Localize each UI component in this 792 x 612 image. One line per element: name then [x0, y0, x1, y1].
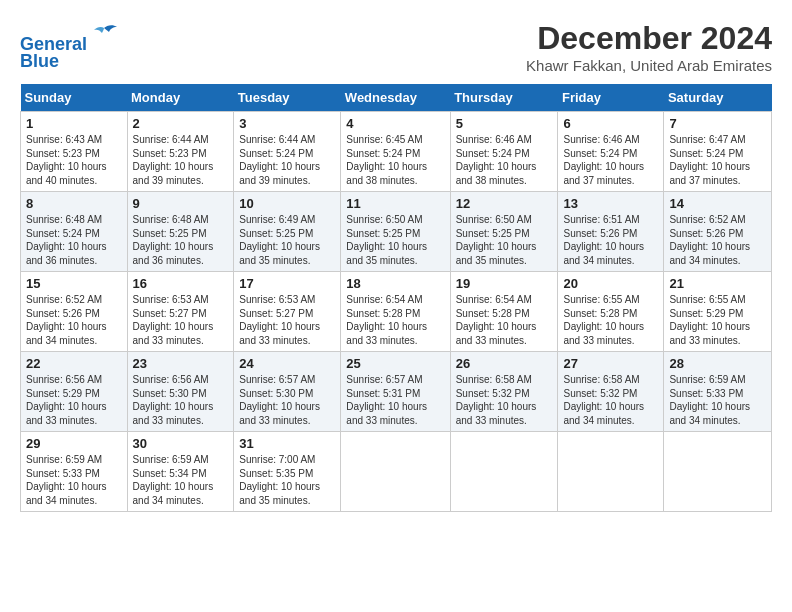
day-info: Sunrise: 6:49 AM Sunset: 5:25 PM Dayligh… [239, 213, 335, 267]
col-saturday: Saturday [664, 84, 772, 112]
day-number: 12 [456, 196, 553, 211]
day-number: 3 [239, 116, 335, 131]
table-row: 12Sunrise: 6:50 AM Sunset: 5:25 PM Dayli… [450, 192, 558, 272]
day-info: Sunrise: 6:43 AM Sunset: 5:23 PM Dayligh… [26, 133, 122, 187]
table-row: 5Sunrise: 6:46 AM Sunset: 5:24 PM Daylig… [450, 112, 558, 192]
day-info: Sunrise: 6:53 AM Sunset: 5:27 PM Dayligh… [239, 293, 335, 347]
table-row: 2Sunrise: 6:44 AM Sunset: 5:23 PM Daylig… [127, 112, 234, 192]
day-info: Sunrise: 6:55 AM Sunset: 5:29 PM Dayligh… [669, 293, 766, 347]
day-number: 18 [346, 276, 444, 291]
table-row [341, 432, 450, 512]
table-row: 23Sunrise: 6:56 AM Sunset: 5:30 PM Dayli… [127, 352, 234, 432]
day-info: Sunrise: 6:46 AM Sunset: 5:24 PM Dayligh… [563, 133, 658, 187]
day-info: Sunrise: 6:47 AM Sunset: 5:24 PM Dayligh… [669, 133, 766, 187]
table-row: 27Sunrise: 6:58 AM Sunset: 5:32 PM Dayli… [558, 352, 664, 432]
logo: General Blue [20, 20, 119, 72]
day-info: Sunrise: 6:48 AM Sunset: 5:25 PM Dayligh… [133, 213, 229, 267]
day-info: Sunrise: 6:44 AM Sunset: 5:23 PM Dayligh… [133, 133, 229, 187]
table-row: 3Sunrise: 6:44 AM Sunset: 5:24 PM Daylig… [234, 112, 341, 192]
day-number: 25 [346, 356, 444, 371]
table-row: 29Sunrise: 6:59 AM Sunset: 5:33 PM Dayli… [21, 432, 128, 512]
table-row: 11Sunrise: 6:50 AM Sunset: 5:25 PM Dayli… [341, 192, 450, 272]
day-info: Sunrise: 6:51 AM Sunset: 5:26 PM Dayligh… [563, 213, 658, 267]
calendar-week-row: 1Sunrise: 6:43 AM Sunset: 5:23 PM Daylig… [21, 112, 772, 192]
day-number: 13 [563, 196, 658, 211]
day-info: Sunrise: 6:54 AM Sunset: 5:28 PM Dayligh… [456, 293, 553, 347]
day-number: 4 [346, 116, 444, 131]
day-number: 22 [26, 356, 122, 371]
day-info: Sunrise: 6:48 AM Sunset: 5:24 PM Dayligh… [26, 213, 122, 267]
table-row: 18Sunrise: 6:54 AM Sunset: 5:28 PM Dayli… [341, 272, 450, 352]
day-info: Sunrise: 6:52 AM Sunset: 5:26 PM Dayligh… [26, 293, 122, 347]
table-row: 14Sunrise: 6:52 AM Sunset: 5:26 PM Dayli… [664, 192, 772, 272]
table-row [558, 432, 664, 512]
day-info: Sunrise: 6:59 AM Sunset: 5:33 PM Dayligh… [26, 453, 122, 507]
day-info: Sunrise: 6:55 AM Sunset: 5:28 PM Dayligh… [563, 293, 658, 347]
day-number: 6 [563, 116, 658, 131]
table-row: 31Sunrise: 7:00 AM Sunset: 5:35 PM Dayli… [234, 432, 341, 512]
day-number: 27 [563, 356, 658, 371]
day-number: 23 [133, 356, 229, 371]
day-info: Sunrise: 6:53 AM Sunset: 5:27 PM Dayligh… [133, 293, 229, 347]
day-info: Sunrise: 6:57 AM Sunset: 5:30 PM Dayligh… [239, 373, 335, 427]
day-info: Sunrise: 6:50 AM Sunset: 5:25 PM Dayligh… [346, 213, 444, 267]
day-number: 1 [26, 116, 122, 131]
day-number: 14 [669, 196, 766, 211]
logo-text: General [20, 20, 119, 55]
table-row: 15Sunrise: 6:52 AM Sunset: 5:26 PM Dayli… [21, 272, 128, 352]
calendar-week-row: 29Sunrise: 6:59 AM Sunset: 5:33 PM Dayli… [21, 432, 772, 512]
calendar-table: Sunday Monday Tuesday Wednesday Thursday… [20, 84, 772, 512]
day-info: Sunrise: 6:59 AM Sunset: 5:34 PM Dayligh… [133, 453, 229, 507]
table-row: 8Sunrise: 6:48 AM Sunset: 5:24 PM Daylig… [21, 192, 128, 272]
day-info: Sunrise: 6:59 AM Sunset: 5:33 PM Dayligh… [669, 373, 766, 427]
day-info: Sunrise: 6:45 AM Sunset: 5:24 PM Dayligh… [346, 133, 444, 187]
main-title: December 2024 [526, 20, 772, 57]
day-number: 8 [26, 196, 122, 211]
day-number: 17 [239, 276, 335, 291]
day-number: 10 [239, 196, 335, 211]
table-row: 21Sunrise: 6:55 AM Sunset: 5:29 PM Dayli… [664, 272, 772, 352]
day-info: Sunrise: 6:56 AM Sunset: 5:29 PM Dayligh… [26, 373, 122, 427]
col-sunday: Sunday [21, 84, 128, 112]
table-row: 30Sunrise: 6:59 AM Sunset: 5:34 PM Dayli… [127, 432, 234, 512]
table-row: 4Sunrise: 6:45 AM Sunset: 5:24 PM Daylig… [341, 112, 450, 192]
day-info: Sunrise: 6:56 AM Sunset: 5:30 PM Dayligh… [133, 373, 229, 427]
subtitle: Khawr Fakkan, United Arab Emirates [526, 57, 772, 74]
calendar-header-row: Sunday Monday Tuesday Wednesday Thursday… [21, 84, 772, 112]
table-row: 7Sunrise: 6:47 AM Sunset: 5:24 PM Daylig… [664, 112, 772, 192]
table-row: 10Sunrise: 6:49 AM Sunset: 5:25 PM Dayli… [234, 192, 341, 272]
day-info: Sunrise: 6:58 AM Sunset: 5:32 PM Dayligh… [563, 373, 658, 427]
table-row: 19Sunrise: 6:54 AM Sunset: 5:28 PM Dayli… [450, 272, 558, 352]
day-number: 2 [133, 116, 229, 131]
col-wednesday: Wednesday [341, 84, 450, 112]
day-number: 28 [669, 356, 766, 371]
col-thursday: Thursday [450, 84, 558, 112]
day-number: 9 [133, 196, 229, 211]
table-row: 20Sunrise: 6:55 AM Sunset: 5:28 PM Dayli… [558, 272, 664, 352]
table-row: 25Sunrise: 6:57 AM Sunset: 5:31 PM Dayli… [341, 352, 450, 432]
day-number: 15 [26, 276, 122, 291]
day-number: 20 [563, 276, 658, 291]
calendar-week-row: 15Sunrise: 6:52 AM Sunset: 5:26 PM Dayli… [21, 272, 772, 352]
table-row: 22Sunrise: 6:56 AM Sunset: 5:29 PM Dayli… [21, 352, 128, 432]
day-info: Sunrise: 6:52 AM Sunset: 5:26 PM Dayligh… [669, 213, 766, 267]
table-row: 24Sunrise: 6:57 AM Sunset: 5:30 PM Dayli… [234, 352, 341, 432]
day-number: 31 [239, 436, 335, 451]
col-tuesday: Tuesday [234, 84, 341, 112]
table-row: 17Sunrise: 6:53 AM Sunset: 5:27 PM Dayli… [234, 272, 341, 352]
day-info: Sunrise: 6:57 AM Sunset: 5:31 PM Dayligh… [346, 373, 444, 427]
day-number: 21 [669, 276, 766, 291]
logo-bird-icon [89, 20, 119, 50]
col-friday: Friday [558, 84, 664, 112]
table-row: 13Sunrise: 6:51 AM Sunset: 5:26 PM Dayli… [558, 192, 664, 272]
table-row: 1Sunrise: 6:43 AM Sunset: 5:23 PM Daylig… [21, 112, 128, 192]
day-number: 29 [26, 436, 122, 451]
day-number: 26 [456, 356, 553, 371]
table-row [664, 432, 772, 512]
table-row: 9Sunrise: 6:48 AM Sunset: 5:25 PM Daylig… [127, 192, 234, 272]
day-info: Sunrise: 6:46 AM Sunset: 5:24 PM Dayligh… [456, 133, 553, 187]
day-info: Sunrise: 6:54 AM Sunset: 5:28 PM Dayligh… [346, 293, 444, 347]
calendar-week-row: 8Sunrise: 6:48 AM Sunset: 5:24 PM Daylig… [21, 192, 772, 272]
day-number: 16 [133, 276, 229, 291]
page-header: General Blue December 2024 Khawr Fakkan,… [20, 20, 772, 74]
